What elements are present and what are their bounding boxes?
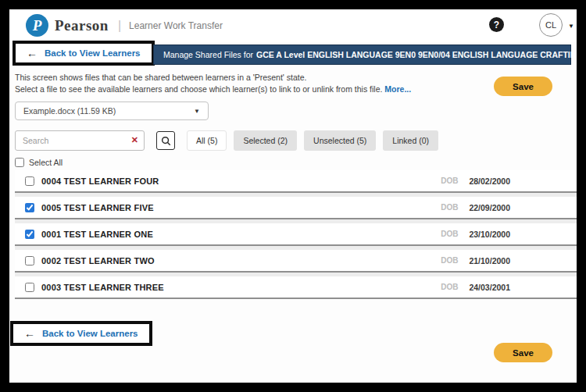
select-all[interactable]: Select All [15, 158, 63, 167]
back-arrow-icon: ← [27, 47, 38, 59]
app-title: Learner Work Transfer [129, 20, 223, 31]
learner-checkbox[interactable] [25, 256, 34, 265]
search-icon [161, 136, 171, 146]
learner-name: 0002 TEST LEARNER TWO [41, 256, 155, 265]
intro-line-1: This screen shows files that can be shar… [15, 72, 411, 84]
learner-name: 0004 TEST LEARNER FOUR [41, 176, 159, 186]
file-dropdown[interactable]: Example.docx (11.59 KB) ▼ [15, 102, 209, 120]
dob-value: 28/02/2000 [469, 176, 510, 186]
learner-name: 0003 TEST LEARNER THREE [41, 283, 164, 292]
dropdown-caret-icon: ▼ [194, 108, 200, 115]
learner-checkbox[interactable] [25, 283, 34, 292]
select-all-checkbox[interactable] [15, 158, 24, 167]
app-window: P Pearson | Learner Work Transfer ? CL ▼… [9, 9, 577, 383]
learner-row[interactable]: 0004 TEST LEARNER FOUR DOB 28/02/2000 [15, 170, 577, 193]
clear-search-icon[interactable]: ✕ [131, 135, 138, 145]
learner-row[interactable]: 0005 TEST LEARNER FIVE DOB 22/09/2000 [15, 197, 577, 219]
brand-logo: P Pearson | Learner Work Transfer [26, 14, 223, 37]
dob-value: 21/10/2000 [469, 256, 510, 265]
filter-linked[interactable]: Linked (0) [383, 130, 438, 151]
save-button-bottom[interactable]: Save [494, 343, 552, 362]
dob-label: DOB [441, 176, 458, 185]
file-dropdown-value: Example.docx (11.59 KB) [23, 106, 116, 116]
dob-label: DOB [441, 283, 458, 291]
pearson-logo-icon: P [26, 14, 48, 37]
banner-subject: GCE A Level ENGLISH LANGUAGE 9EN0 9EN0/0… [256, 50, 577, 59]
back-link-label: Back to View Learners [42, 329, 138, 338]
learner-checkbox[interactable] [25, 203, 34, 212]
learner-row[interactable]: 0002 TEST LEARNER TWO DOB 21/10/2000 [15, 250, 577, 273]
avatar-chevron-down-icon[interactable]: ▼ [568, 23, 574, 30]
dob-value: 24/03/2001 [469, 283, 510, 292]
learner-name: 0001 TEST LEARNER ONE [41, 230, 153, 239]
dob-label: DOB [441, 230, 458, 238]
learner-checkbox[interactable] [25, 176, 34, 186]
dob-value: 22/09/2000 [469, 203, 510, 212]
avatar[interactable]: CL [539, 13, 563, 37]
learner-row[interactable]: 0003 TEST LEARNER THREE DOB 24/03/2001 [15, 276, 577, 299]
more-link[interactable]: More... [384, 84, 411, 94]
filter-selected[interactable]: Selected (2) [234, 130, 297, 151]
dob-label: DOB [441, 203, 458, 212]
back-link-label: Back to View Learners [45, 48, 141, 58]
search-wrap: ✕ [15, 130, 145, 151]
back-arrow-icon: ← [24, 327, 35, 340]
learner-name: 0005 TEST LEARNER FIVE [41, 203, 154, 212]
filter-unselected[interactable]: Unselected (5) [304, 130, 376, 151]
dob-value: 23/10/2000 [469, 230, 510, 239]
learner-list: 0004 TEST LEARNER FOUR DOB 28/02/2000 00… [15, 170, 577, 299]
learner-row[interactable]: 0001 TEST LEARNER ONE DOB 23/10/2000 [15, 223, 577, 246]
back-to-view-learners-link-top[interactable]: ← Back to View Learners [13, 41, 155, 66]
search-row: ✕ All (5) Selected (2) Unselected (5) Li… [15, 130, 571, 151]
brand-name: Pearson [55, 17, 109, 34]
learner-checkbox[interactable] [25, 230, 34, 239]
select-all-label: Select All [29, 158, 63, 167]
search-button[interactable] [156, 131, 175, 150]
save-button-top[interactable]: Save [494, 77, 552, 96]
filter-chips: All (5) Selected (2) Unselected (5) Link… [187, 130, 438, 151]
manage-shared-files-banner: Manage Shared Files for GCE A Level ENGL… [153, 45, 571, 65]
filter-all[interactable]: All (5) [187, 130, 227, 151]
help-icon[interactable]: ? [489, 17, 504, 32]
dob-label: DOB [441, 256, 458, 265]
back-to-view-learners-link-bottom[interactable]: ← Back to View Learners [10, 321, 152, 346]
brand-divider: | [118, 19, 121, 33]
banner-prefix: Manage Shared Files for [163, 50, 253, 59]
intro-text: This screen shows files that can be shar… [15, 72, 411, 95]
search-input[interactable] [15, 130, 145, 151]
app-header: P Pearson | Learner Work Transfer ? CL ▼ [9, 9, 577, 42]
intro-line-2: Select a file to see the available learn… [15, 84, 411, 95]
